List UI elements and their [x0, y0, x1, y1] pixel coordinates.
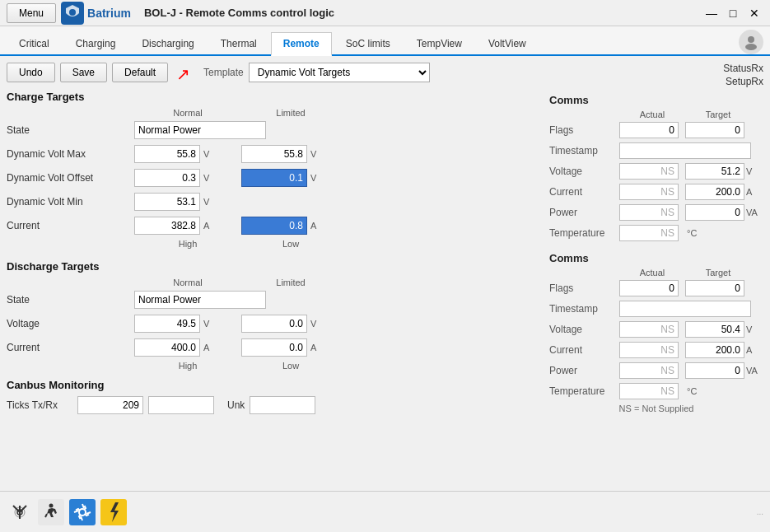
charge-dyn-volt-max-normal-unit: V — [203, 149, 215, 159]
setup-rx-label: SetupRx — [549, 76, 763, 87]
discharge-state-row: State — [7, 289, 539, 310]
comms-top-current-row: Current A — [549, 183, 763, 201]
tab-tempview[interactable]: TempView — [404, 32, 474, 54]
arrow-indicator: ↗ — [176, 64, 190, 84]
tab-thermal[interactable]: Thermal — [208, 32, 269, 54]
charge-dyn-volt-max-limited-field: V — [241, 145, 340, 163]
comms-bottom-power-target[interactable] — [685, 362, 744, 379]
canbus-unk-label: Unk — [227, 399, 245, 411]
comms-bottom-voltage-unit: V — [746, 324, 752, 334]
gear-blue-icon[interactable] — [69, 499, 96, 525]
tab-discharging[interactable]: Discharging — [129, 32, 206, 54]
menu-button[interactable]: Menu — [7, 3, 56, 23]
comms-bottom-power-actual[interactable] — [619, 362, 679, 379]
comms-top-current-actual[interactable] — [619, 184, 679, 200]
comms-top-section: Comms Actual Target Flags Timestamp Volt… — [549, 94, 763, 242]
discharge-voltage-limited-field: V — [241, 315, 340, 333]
canbus-unk-input[interactable] — [250, 396, 315, 414]
right-panel: StatusRx SetupRx Comms Actual Target Fla… — [549, 63, 763, 484]
discharge-current-normal-field: A — [134, 338, 241, 357]
comms-top-voltage-target[interactable] — [685, 163, 744, 180]
charge-current-limited-input[interactable] — [241, 217, 307, 235]
comms-top-power-actual[interactable] — [619, 204, 679, 221]
discharge-voltage-limited-input[interactable] — [241, 315, 307, 333]
svg-point-3 — [745, 44, 757, 50]
save-button[interactable]: Save — [60, 63, 107, 82]
comms-top-timestamp-actual[interactable] — [619, 142, 751, 159]
comms-bottom-voltage-row: Voltage V — [549, 320, 763, 338]
tab-soc-limits[interactable]: SoC limits — [334, 32, 403, 54]
charge-dyn-volt-max-label: Dynamic Volt Max — [7, 148, 134, 160]
charge-dyn-volt-max-limited-input[interactable] — [241, 145, 307, 163]
comms-bottom-voltage-actual[interactable] — [619, 321, 679, 338]
comms-top-timestamp-label: Timestamp — [549, 145, 619, 156]
lightning-icon[interactable] — [100, 499, 127, 525]
discharge-voltage-row: Voltage V V — [7, 313, 539, 334]
charge-current-normal-field: A — [134, 217, 241, 235]
comms-bottom-timestamp-actual[interactable] — [619, 301, 751, 317]
charge-dyn-volt-offset-limited-input[interactable] — [241, 169, 307, 187]
minimize-button[interactable]: — — [702, 4, 721, 22]
charge-state-row: State — [7, 119, 539, 141]
tab-remote[interactable]: Remote — [271, 32, 332, 56]
comms-top-power-target[interactable] — [685, 204, 744, 221]
default-button[interactable]: Default — [112, 63, 168, 82]
comms-top-current-unit: A — [746, 187, 752, 197]
user-avatar[interactable] — [739, 30, 763, 54]
comms-bottom-voltage-target[interactable] — [685, 321, 744, 338]
charge-current-row: Current A A — [7, 215, 539, 236]
canbus-title: Canbus Monitoring — [7, 379, 539, 391]
svg-point-2 — [748, 36, 754, 43]
charge-dyn-volt-max-normal-input[interactable] — [134, 145, 200, 163]
discharge-low-label: Low — [241, 361, 340, 371]
titlebar: Menu Batrium BOL-J - Remote Comms contro… — [0, 0, 770, 26]
charge-dyn-volt-min-label: Dynamic Volt Min — [7, 196, 134, 208]
charge-dyn-volt-offset-normal-input[interactable] — [134, 169, 200, 187]
tab-charging[interactable]: Charging — [63, 32, 128, 54]
charge-state-input[interactable] — [134, 121, 266, 139]
charge-current-normal-input[interactable] — [134, 217, 200, 235]
maximize-button[interactable]: □ — [724, 4, 742, 22]
discharge-current-row: Current A A — [7, 337, 539, 358]
canbus-section: Canbus Monitoring Ticks Tx/Rx Unk — [7, 379, 539, 414]
template-select[interactable]: Dynamic Volt TargetsFixed TargetsCustom — [249, 63, 430, 82]
charge-dyn-volt-offset-limited-field: V — [241, 169, 340, 187]
comms-bottom-power-row: Power VA — [549, 362, 763, 380]
comms-bottom-flags-actual[interactable] — [619, 280, 679, 296]
comms-top-current-target[interactable] — [685, 184, 744, 200]
canbus-ticks-rx-input[interactable] — [148, 396, 214, 414]
comms-bottom-title: Comms — [549, 252, 763, 264]
comms-bottom-current-actual[interactable] — [619, 342, 679, 358]
comms-top-flags-actual[interactable] — [619, 122, 679, 138]
comms-bottom-actual-header: Actual — [619, 268, 685, 278]
comms-bottom-temperature-actual[interactable] — [619, 383, 679, 399]
discharge-voltage-label: Voltage — [7, 318, 134, 329]
comms-bottom-current-unit: A — [746, 345, 752, 355]
comms-bottom-current-row: Current A — [549, 341, 763, 359]
comms-bottom-flags-target[interactable] — [685, 280, 744, 296]
comms-bottom-col0 — [549, 268, 619, 278]
comms-top-temperature-actual[interactable] — [619, 225, 679, 241]
tab-voltview[interactable]: VoltView — [476, 32, 539, 54]
discharge-voltage-normal-input[interactable] — [134, 315, 200, 333]
undo-button[interactable]: Undo — [7, 63, 55, 82]
comms-top-flags-target[interactable] — [685, 122, 744, 138]
canbus-ticks-tx-input[interactable] — [77, 396, 143, 414]
close-button[interactable]: ✕ — [745, 4, 763, 22]
comms-bottom-target-header: Target — [685, 268, 751, 278]
antenna-icon[interactable] — [7, 499, 33, 525]
comms-top-voltage-actual[interactable] — [619, 163, 679, 180]
discharge-current-normal-input[interactable] — [134, 338, 200, 357]
discharge-state-input[interactable] — [134, 291, 266, 309]
nav-tabs: Critical Charging Discharging Thermal Re… — [0, 26, 770, 56]
runner-icon[interactable] — [38, 499, 64, 525]
comms-bottom-current-target[interactable] — [685, 342, 744, 358]
comms-bottom-flags-label: Flags — [549, 282, 619, 294]
discharge-current-limited-input[interactable] — [241, 338, 307, 357]
charge-dyn-volt-min-normal-input[interactable] — [134, 193, 200, 211]
comms-top-voltage-row: Voltage V — [549, 162, 763, 180]
ns-note: NS = Not Supplied — [549, 404, 763, 413]
tab-critical[interactable]: Critical — [7, 32, 62, 54]
left-panel: Undo Save Default ↗ Template Dynamic Vol… — [7, 63, 539, 484]
discharge-current-limited-field: A — [241, 338, 340, 357]
